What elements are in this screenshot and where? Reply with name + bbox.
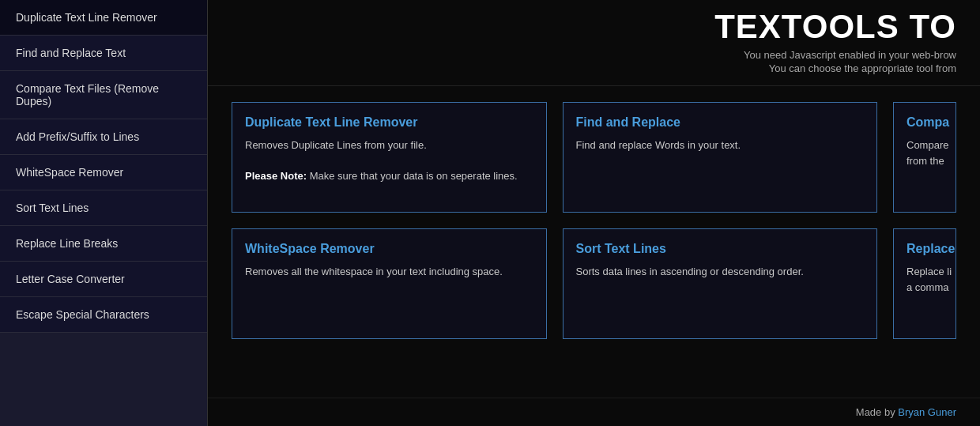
tool-card-desc: Sorts data lines in ascending or descend… xyxy=(576,264,865,280)
sidebar-item-compare-text-files[interactable]: Compare Text Files (Remove Dupes) xyxy=(0,71,207,119)
sidebar-item-sort-text-lines[interactable]: Sort Text Lines xyxy=(0,190,207,226)
header-subtitle-2: You can choose the appropriate tool from xyxy=(232,62,956,74)
sidebar-item-escape-special-chars[interactable]: Escape Special Characters xyxy=(0,297,207,333)
tool-card-desc-partial: Replace li a comma xyxy=(906,264,943,295)
tool-card-find-replace[interactable]: Find and Replace Find and replace Words … xyxy=(563,102,878,213)
footer: Made by Bryan Guner xyxy=(208,398,980,426)
tool-card-replace-partial[interactable]: Replace Replace li a comma xyxy=(893,228,956,339)
tools-container: Duplicate Text Line Remover Removes Dupl… xyxy=(208,86,980,398)
sidebar-item-duplicate-text-line-remover[interactable]: Duplicate Text Line Remover xyxy=(0,0,207,36)
tool-card-whitespace-remover[interactable]: WhiteSpace Remover Removes all the white… xyxy=(232,228,547,339)
tool-card-duplicate-remover[interactable]: Duplicate Text Line Remover Removes Dupl… xyxy=(232,102,547,213)
tool-card-title: Duplicate Text Line Remover xyxy=(245,115,533,130)
sidebar-item-replace-line-breaks[interactable]: Replace Line Breaks xyxy=(0,226,207,262)
sidebar-item-add-prefix-suffix[interactable]: Add Prefix/Suffix to Lines xyxy=(0,119,207,155)
footer-text: Made by xyxy=(856,406,898,418)
tools-row-2: WhiteSpace Remover Removes all the white… xyxy=(232,228,956,339)
tool-card-title: Sort Text Lines xyxy=(576,242,865,256)
tool-card-title: WhiteSpace Remover xyxy=(245,242,533,256)
footer-link[interactable]: Bryan Guner xyxy=(898,406,956,418)
tool-card-note-text: Make sure that your data is on seperate … xyxy=(307,170,518,182)
tool-card-desc-partial: Compare from the xyxy=(906,138,943,168)
tool-card-title-partial: Replace xyxy=(906,242,943,256)
tools-row-1: Duplicate Text Line Remover Removes Dupl… xyxy=(232,102,956,213)
page-title: TEXTOOLS TO xyxy=(232,8,956,46)
main-content: TEXTOOLS TO You need Javascript enabled … xyxy=(208,0,980,426)
sidebar-item-letter-case-converter[interactable]: Letter Case Converter xyxy=(0,262,207,297)
tool-card-title-partial: Compa xyxy=(906,115,943,130)
tool-card-note-label: Please Note: xyxy=(245,170,307,182)
sidebar-item-whitespace-remover[interactable]: WhiteSpace Remover xyxy=(0,155,207,190)
tool-card-desc: Removes all the whitespace in your text … xyxy=(245,264,533,280)
tool-card-title: Find and Replace xyxy=(576,115,865,130)
tool-card-sort-text-lines[interactable]: Sort Text Lines Sorts data lines in asce… xyxy=(563,228,878,339)
header-subtitle-1: You need Javascript enabled in your web-… xyxy=(232,49,956,61)
tool-card-desc: Removes Duplicate Lines from your file. … xyxy=(245,138,533,184)
sidebar-item-find-and-replace-text[interactable]: Find and Replace Text xyxy=(0,36,207,71)
header: TEXTOOLS TO You need Javascript enabled … xyxy=(208,0,980,86)
tool-card-desc: Find and replace Words in your text. xyxy=(576,138,865,153)
tool-card-compare-partial[interactable]: Compa Compare from the xyxy=(893,102,956,213)
sidebar: Duplicate Text Line Remover Find and Rep… xyxy=(0,0,208,426)
